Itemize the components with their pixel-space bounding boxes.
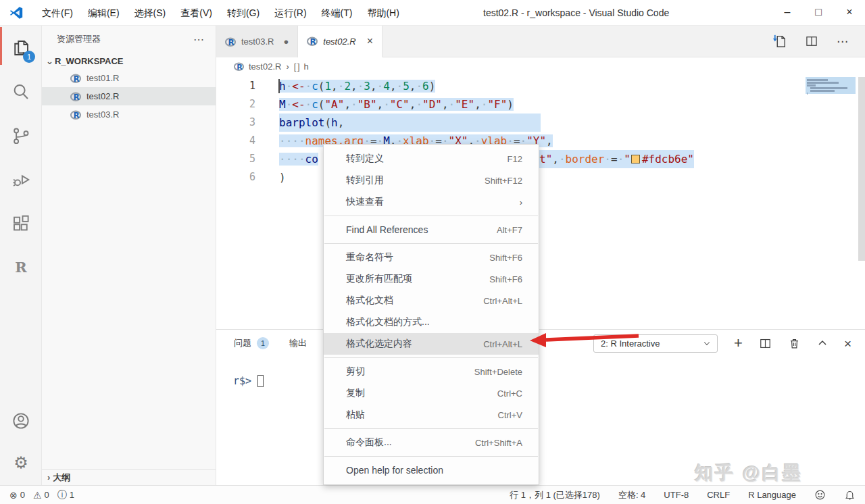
code-line-6[interactable]: 6) (216, 168, 865, 186)
code-line-4[interactable]: 4····names.arg·=·M,·xlab·=·"X",·ylab·=·"… (216, 132, 865, 150)
menu-item-重命名符号[interactable]: 重命名符号Shift+F6 (324, 247, 539, 268)
menu-item-转到引用[interactable]: 转到引用Shift+F12 (324, 170, 539, 191)
menu-item-label: 命令面板... (346, 436, 392, 449)
code-token: 1 (324, 80, 331, 93)
menu-item-Open help for selection[interactable]: Open help for selection (324, 459, 539, 481)
menu-item-label: 格式化文档的方式... (346, 316, 430, 328)
menu-item[interactable]: 选择(S) (127, 0, 174, 26)
gear-icon: ⚙ (14, 455, 28, 471)
menu-item-Find All References[interactable]: Find All ReferencesAlt+F7 (324, 219, 539, 241)
menu-item[interactable]: 编辑(E) (80, 0, 127, 26)
split-terminal-icon[interactable] (759, 337, 772, 350)
new-terminal-icon[interactable]: + (734, 336, 743, 351)
status-error-icon[interactable]: ⊗0 (9, 490, 25, 501)
code-token: 6 (422, 80, 429, 93)
code-line-2[interactable]: 2M·<-·c("A",·"B",·"C",·"D",·"E",·"F") (216, 95, 865, 114)
kill-terminal-icon[interactable] (788, 337, 801, 350)
search-icon (11, 82, 31, 102)
modified-dot-icon[interactable]: ● (283, 36, 289, 47)
line-text-right: t",·border·=·"#fdcb6e" (539, 150, 694, 168)
menu-item-label: 粘贴 (346, 409, 365, 421)
more-actions-icon[interactable]: ⋯ (837, 34, 849, 49)
sidebar-item-run-debug[interactable] (0, 157, 42, 201)
language-mode[interactable]: R Language (748, 490, 796, 500)
menu-item-剪切[interactable]: 剪切Shift+Delete (324, 361, 539, 382)
menu-item[interactable]: 运行(R) (267, 0, 314, 26)
file-item-test03.R[interactable]: Rtest03.R (42, 105, 216, 124)
encoding[interactable]: UTF-8 (664, 490, 689, 500)
close-tab-icon[interactable]: × (367, 35, 373, 47)
svg-text:R: R (237, 63, 243, 72)
svg-text:R: R (73, 93, 79, 102)
cursor-position[interactable]: 行 1，列 1 (已选择178) (510, 489, 600, 501)
breadcrumb-symbol[interactable]: h (304, 61, 309, 72)
feedback-smiley-icon[interactable] (814, 489, 826, 501)
menu-item-更改所有匹配项[interactable]: 更改所有匹配项Shift+F6 (324, 268, 539, 290)
menu-item-格式化选定内容[interactable]: 格式化选定内容Ctrl+Alt+L (324, 333, 539, 355)
code-line-5[interactable]: 5····cot",·border·=·"#fdcb6e" (216, 150, 865, 168)
code-editor[interactable]: 1h·<-·c(1,·2,·3,·4,·5,·6)2M·<-·c("A",·"B… (216, 75, 865, 329)
file-item-test01.R[interactable]: Rtest01.R (42, 69, 216, 87)
menu-item[interactable]: 查看(V) (173, 0, 220, 26)
sidebar-item-explorer[interactable]: 1 (0, 26, 42, 70)
code-line-3[interactable]: 3barplot(h, (216, 114, 865, 132)
run-source-icon[interactable] (772, 34, 787, 49)
r-file-icon: R (70, 73, 81, 84)
menu-item-复制[interactable]: 复制Ctrl+C (324, 382, 539, 404)
terminal-area[interactable]: r$> (216, 357, 865, 387)
menu-item-粘贴[interactable]: 粘贴Ctrl+V (324, 404, 539, 426)
menu-item-转到定义[interactable]: 转到定义F12 (324, 148, 539, 170)
menu-item-格式化文档的方式...[interactable]: 格式化文档的方式... (324, 311, 539, 333)
breadcrumb[interactable]: R test02.R › [ ] h (216, 57, 865, 75)
account-button[interactable] (0, 400, 42, 442)
code-token: · (351, 98, 357, 111)
sidebar-item-extensions[interactable] (0, 201, 42, 245)
source-control-icon (11, 126, 31, 146)
panel-tab-problems[interactable]: 问题 1 (234, 337, 269, 349)
status-warning-icon[interactable]: ⚠0 (33, 490, 49, 501)
code-token: "C" (390, 98, 410, 111)
menu-item[interactable]: 转到(G) (220, 0, 267, 26)
menu-item-格式化文档[interactable]: 格式化文档Ctrl+Alt+L (324, 290, 539, 311)
maximize-panel-icon[interactable] (817, 338, 828, 349)
code-token: · (559, 153, 566, 166)
code-line-1[interactable]: 1h·<-·c(1,·2,·3,·4,·5,·6) (216, 77, 865, 95)
minimap-line (810, 90, 835, 92)
split-editor-icon[interactable] (805, 34, 818, 48)
menu-item-快速查看[interactable]: 快速查看› (324, 191, 539, 213)
sidebar-item-source-control[interactable] (0, 114, 42, 157)
close-button[interactable]: × (834, 0, 865, 26)
settings-button[interactable]: ⚙ (0, 442, 42, 484)
tab-test02[interactable]: R test02.R × (298, 26, 382, 57)
menu-item[interactable]: 终端(T) (314, 0, 360, 26)
close-panel-icon[interactable]: × (844, 337, 851, 350)
sidebar-more-icon[interactable]: ⋯ (193, 33, 205, 46)
minimap[interactable] (806, 76, 856, 191)
minimap-line (807, 93, 808, 95)
sidebar-item-search[interactable] (0, 70, 42, 114)
outline-section[interactable]: › 大纲 (42, 469, 216, 485)
maximize-button[interactable]: □ (803, 0, 834, 26)
code-token: , (344, 98, 351, 111)
code-token: , (331, 80, 338, 93)
panel-tab-output[interactable]: 输出 (289, 337, 307, 349)
menu-item[interactable]: 帮助(H) (360, 0, 406, 26)
menu-item[interactable]: 文件(F) (34, 0, 80, 26)
minimap-line (807, 84, 816, 86)
eol-setting[interactable]: CRLF (707, 490, 730, 500)
bell-icon[interactable] (844, 489, 856, 501)
problems-status[interactable]: ⊗0⚠0ⓘ1 (9, 489, 80, 501)
indent-setting[interactable]: 空格: 4 (618, 489, 645, 501)
menu-item-命令面板...[interactable]: 命令面板...Ctrl+Shift+A (324, 432, 539, 453)
symbol-icon: [ ] (294, 61, 299, 72)
minimize-button[interactable]: – (772, 0, 803, 26)
editor-scrollbar[interactable] (858, 77, 865, 261)
file-item-test02.R[interactable]: Rtest02.R (42, 87, 216, 105)
breadcrumb-file[interactable]: test02.R (249, 61, 281, 72)
chevron-down-icon: ⌄ (46, 56, 53, 66)
status-info-icon[interactable]: ⓘ1 (57, 489, 74, 501)
workspace-root[interactable]: ⌄ R_WORKSPACE (42, 53, 216, 69)
tab-test03[interactable]: R test03.R ● (216, 26, 298, 57)
sidebar-item-r-extension[interactable]: R (0, 245, 42, 289)
editor-group: R test03.R ● R test02.R × ⋯ R test02.R ›… (216, 26, 865, 485)
